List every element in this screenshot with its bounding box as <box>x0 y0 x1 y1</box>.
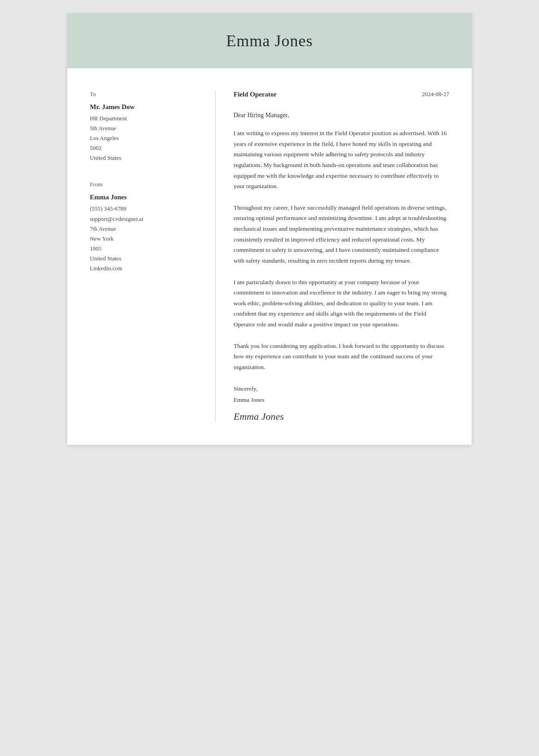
right-column: Field Operator 2024-08-27 Dear Hiring Ma… <box>216 91 449 422</box>
sender-country: United States <box>90 254 202 264</box>
sender-city: New York <box>90 234 202 244</box>
sender-zip: 1005 <box>90 244 202 254</box>
content: To Mr. James Dow HR Department 5th Avenu… <box>67 68 472 445</box>
recipient-zip: 5002 <box>90 143 202 153</box>
page: Emma Jones To Mr. James Dow HR Departmen… <box>67 13 472 445</box>
closing-name: Emma Jones <box>234 396 449 404</box>
recipient-name: Mr. James Dow <box>90 103 202 111</box>
recipient-department: HR Department <box>90 114 202 123</box>
header: Emma Jones <box>67 13 472 68</box>
paragraph-4: Thank you for considering my application… <box>234 341 449 373</box>
paragraph-1: I am writing to express my interest in t… <box>234 128 449 192</box>
paragraph-2: Throughout my career, I have successfull… <box>234 202 449 266</box>
left-column: To Mr. James Dow HR Department 5th Avenu… <box>90 91 216 422</box>
job-title: Field Operator <box>234 91 277 98</box>
signature: Emma Jones <box>234 411 449 422</box>
to-label: To <box>90 91 202 98</box>
header-name: Emma Jones <box>76 31 463 50</box>
sender-name: Emma Jones <box>90 193 202 201</box>
salutation: Dear Hiring Manager, <box>234 112 449 119</box>
sender-street: 7th Avenue <box>90 224 202 234</box>
closing: Sincerely, <box>234 383 449 394</box>
recipient-street: 5th Avenue <box>90 123 202 133</box>
sender-email: support@cvdesigner.ai <box>90 214 202 224</box>
sender-section: From Emma Jones (555) 345-6789 support@c… <box>90 181 202 273</box>
from-label: From <box>90 181 202 188</box>
right-header: Field Operator 2024-08-27 <box>234 91 449 98</box>
paragraph-3: I am particularly drawn to this opportun… <box>234 277 449 330</box>
date: 2024-08-27 <box>422 91 449 98</box>
recipient-city: Los Angeles <box>90 133 202 143</box>
recipient-section: To Mr. James Dow HR Department 5th Avenu… <box>90 91 202 163</box>
recipient-country: United States <box>90 153 202 163</box>
sender-linkedin: Linkedin.com <box>90 264 202 273</box>
sender-phone: (555) 345-6789 <box>90 204 202 214</box>
